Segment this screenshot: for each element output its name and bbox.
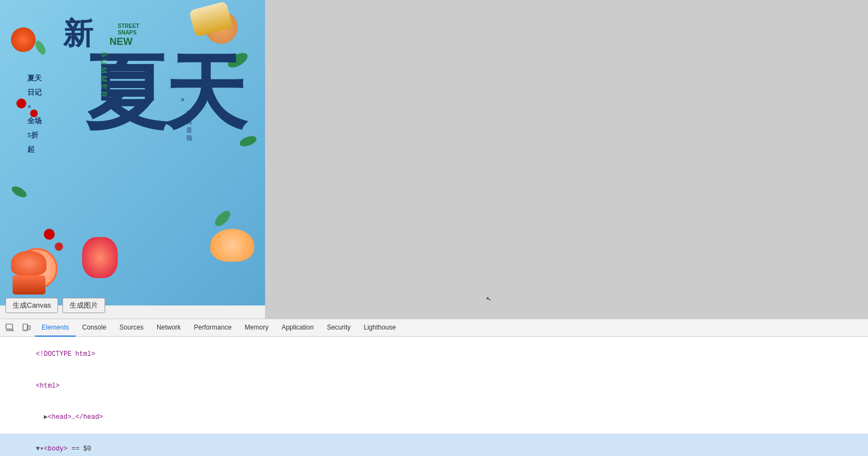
leaf-2 xyxy=(10,184,28,200)
body-selected-indicator: == $0 xyxy=(67,445,91,453)
tab-console[interactable]: Console xyxy=(76,319,113,337)
tab-security[interactable]: Security xyxy=(320,319,357,337)
devtools-tabs: Elements Console Sources Network Perform… xyxy=(0,319,868,337)
cn-snaps-text: SNAPS xyxy=(118,30,136,36)
devtools-code-panel: <!DOCTYPE html> <html> ▶<head>…</head> ▼… xyxy=(0,337,868,456)
html-tag: <html> xyxy=(36,382,60,390)
code-line-2[interactable]: <html> xyxy=(0,371,868,402)
page-buttons: 生成Canvas 生成图片 xyxy=(5,298,105,313)
berry-1 xyxy=(16,99,26,108)
svg-rect-0 xyxy=(6,324,13,329)
canvas-button[interactable]: 生成Canvas xyxy=(5,298,58,313)
body-tag: <body> xyxy=(44,445,67,453)
code-line-1[interactable]: <!DOCTYPE html> xyxy=(0,339,868,371)
leaf-4 xyxy=(33,39,48,56)
cn-summer-side: SUMMER xyxy=(100,52,108,99)
img-button[interactable]: 生成图片 xyxy=(62,298,105,313)
leaf-3 xyxy=(212,208,233,228)
cn-new-char: 新 xyxy=(63,14,93,54)
svg-rect-4 xyxy=(28,326,30,330)
body-expand-arrow[interactable]: ▼▾ xyxy=(36,445,44,453)
tab-performance[interactable]: Performance xyxy=(187,319,238,337)
page-content: 新 STREET SNAPS NEW 夏天 SUMMER 夏天日记×全场5折起 … xyxy=(0,0,265,319)
cn-new-text: NEW xyxy=(110,36,133,48)
devtools-panel: Elements Console Sources Network Perform… xyxy=(0,319,868,456)
doctype-tag: <!DOCTYPE html> xyxy=(36,350,95,358)
tab-network[interactable]: Network xyxy=(150,319,187,337)
device-toolbar-icon-btn[interactable] xyxy=(19,320,34,336)
mouse-cursor: ↖ xyxy=(485,189,868,304)
berry-3 xyxy=(44,229,55,240)
food-deco-5 xyxy=(82,237,118,278)
tab-memory[interactable]: Memory xyxy=(238,319,275,337)
leaf-5 xyxy=(238,134,258,148)
head-expand-arrow[interactable]: ▶ xyxy=(36,413,48,421)
code-line-4[interactable]: ▼▾<body> == $0 xyxy=(0,434,868,456)
code-line-3[interactable]: ▶<head>…</head> xyxy=(0,402,868,434)
cn-x1: × xyxy=(181,96,185,103)
head-tag: <head>…</head> xyxy=(48,413,103,421)
tab-application[interactable]: Application xyxy=(275,319,320,337)
berry-2 xyxy=(30,109,38,117)
svg-point-2 xyxy=(12,330,13,331)
leaf-1 xyxy=(226,50,250,70)
tab-lighthouse[interactable]: Lighthouse xyxy=(357,319,403,337)
berry-4 xyxy=(55,243,63,251)
svg-rect-3 xyxy=(23,324,27,331)
food-deco-2 xyxy=(11,27,36,52)
cn-x2: 我就是我 xyxy=(186,109,192,142)
tab-elements[interactable]: Elements xyxy=(35,319,76,337)
browser-area: 新 STREET SNAPS NEW 夏天 SUMMER 夏天日记×全场5折起 … xyxy=(0,0,868,319)
tab-sources[interactable]: Sources xyxy=(113,319,150,337)
summer-image: 新 STREET SNAPS NEW 夏天 SUMMER 夏天日记×全场5折起 … xyxy=(0,0,265,305)
cn-summer-char: 夏天 xyxy=(85,52,244,134)
cn-street-text: STREET xyxy=(118,23,139,29)
cupcake-deco xyxy=(11,251,47,295)
inspect-icon-btn[interactable] xyxy=(2,320,18,336)
main-container: 新 STREET SNAPS NEW 夏天 SUMMER 夏天日记×全场5折起 … xyxy=(0,0,868,456)
gray-area: ↖ xyxy=(265,0,868,319)
food-deco-4 xyxy=(210,229,254,262)
